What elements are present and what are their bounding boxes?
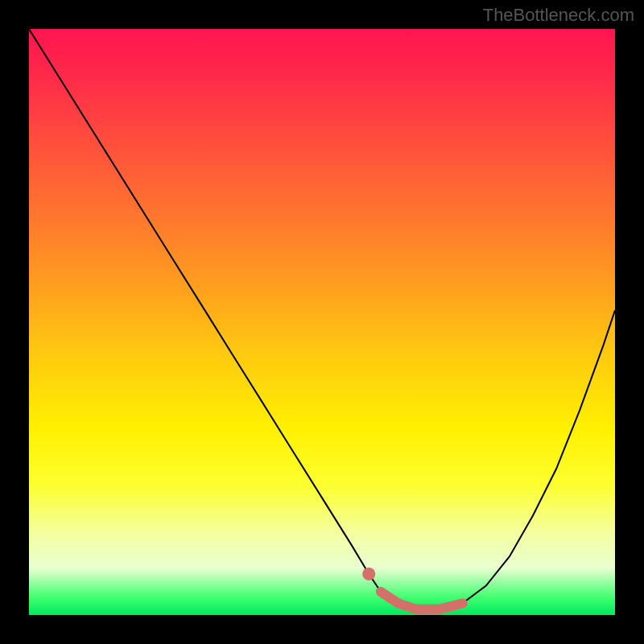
chart-svg [29, 29, 615, 615]
highlight-range-line [381, 592, 463, 609]
highlight-start-dot [362, 568, 375, 580]
bottleneck-curve [29, 29, 615, 609]
watermark-text: TheBottleneck.com [483, 5, 634, 26]
plot-area [29, 29, 615, 615]
